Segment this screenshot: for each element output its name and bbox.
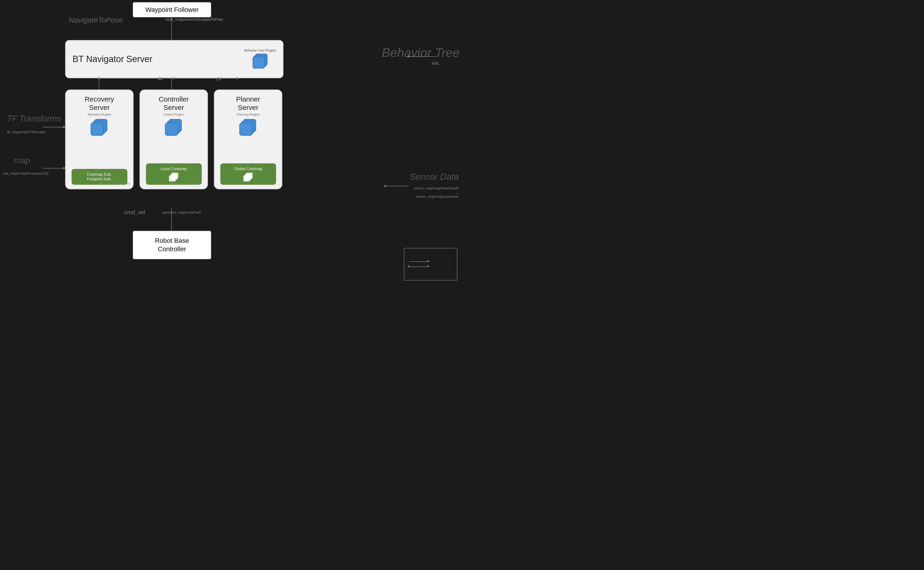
behavior-tree-label: Behavior Tree (382, 45, 460, 60)
sensor-data-label: Sensor Data (410, 172, 459, 182)
planning-plugins-label: Planning Plugins (237, 113, 259, 116)
planner-server-box: PlannerServer Planning Plugins ... Globa… (214, 89, 282, 189)
cmd-vel-label: cmd_vel (124, 209, 145, 216)
cp-label: CP (216, 77, 222, 81)
bt-plugin-icon: ... (252, 54, 268, 70)
bt-navigator-server-box: BT Navigator Server Behavior Tree Plugin… (65, 40, 283, 78)
planner-sq-3 (239, 123, 252, 136)
plugin-sq-3 (253, 57, 265, 69)
waypoint-follower-box: Waypoint Follower (132, 2, 211, 18)
xml-label: XML (431, 61, 440, 66)
costmap-sub-title: Costmap Sub.Footprint Sub. (87, 172, 112, 181)
legend-one-way-arrow (409, 261, 428, 262)
planner-plugin-icon: ... (239, 119, 257, 138)
recovery-server-box: RecoveryServer Recovery Plugins ... Cost… (65, 89, 133, 189)
navigate-to-pose-label: NavigateToPose (69, 16, 123, 25)
arrow-map (43, 168, 64, 169)
glsq-3 (243, 175, 250, 181)
arrow-sensor-to-global-costmap (385, 186, 409, 186)
legend-row-two-way (409, 267, 452, 267)
recovery-plugin-icon: ... (90, 119, 109, 138)
tf-transforms-message: tf2_msgs/msg/TFMessage (7, 130, 45, 134)
ctrl-sq-3 (165, 123, 178, 136)
legend-box (404, 248, 457, 280)
recovery-server-title: RecoveryServer (84, 95, 114, 112)
global-costmap-box: Global Costmap (220, 163, 276, 185)
local-costmap-title: Local Costmap (161, 167, 187, 171)
planner-server-title: PlannerServer (236, 95, 260, 112)
arrow-waypoint-to-bt (171, 19, 172, 41)
bt-plugins-label: Behavior Tree Plugins (244, 49, 276, 52)
navigate-to-pose-message: nav2_msgs/action/NavigateToPose (165, 17, 223, 21)
arrow-local-to-recovery-costmap (100, 184, 130, 184)
control-plugins-label: Control Plugins (163, 113, 184, 116)
bt-plugins-section: Behavior Tree Plugins ... (244, 49, 276, 70)
controller-server-title: ControllerServer (158, 95, 189, 112)
arrow-recovery-ctrl-horizontal (99, 78, 160, 78)
arrow-cp-horizontal (175, 78, 236, 78)
bt-navigator-title: BT Navigator Server (72, 54, 244, 64)
arrow-controller-to-robot (171, 207, 172, 230)
global-costmap-layer-icon (243, 173, 253, 181)
legend-row-one-way (409, 261, 452, 262)
arrow-bt-to-recovery (99, 78, 99, 90)
arrow-fp-vertical (171, 78, 172, 90)
robot-base-controller-box: Robot BaseController (132, 230, 211, 260)
arrow-global-to-local-costmap (172, 184, 202, 184)
global-costmap-title: Global Costmap (234, 167, 262, 171)
tf-transforms-label: TF Transforms (7, 114, 61, 124)
controller-plugin-icon: ... (164, 119, 183, 138)
map-message: nav_msgs/msg/OccupancyGrid (3, 172, 49, 175)
cmd-vel-message: geometry_msgs/msg/Twist (163, 210, 201, 214)
robot-base-controller-title: Robot BaseController (155, 237, 189, 253)
lsq-3 (169, 175, 175, 181)
sensor-msg-pointcloud: sensor_msgs/msg/PointCloud2 (414, 186, 459, 190)
legend-two-way-arrow (409, 267, 428, 267)
map-label: map (14, 156, 30, 165)
sensor-msg-laserscan: sensor_msgs/msg/LaserScan (416, 195, 459, 198)
recovery-sq-3 (90, 123, 104, 136)
sensor-msg-dots1: ... (456, 190, 459, 194)
controller-server-box: ControllerServer Control Plugins ... Loc… (139, 89, 208, 189)
waypoint-follower-title: Waypoint Follower (145, 6, 198, 13)
local-costmap-box: Local Costmap (146, 163, 202, 185)
recovery-plugins-label: Recovery Plugins (87, 113, 111, 116)
local-costmap-layer-icon (169, 173, 179, 181)
arrow-tf-transforms (43, 127, 64, 127)
sensor-msg-dots2: ... (456, 199, 459, 202)
arrow-behavior-tree (409, 56, 437, 57)
